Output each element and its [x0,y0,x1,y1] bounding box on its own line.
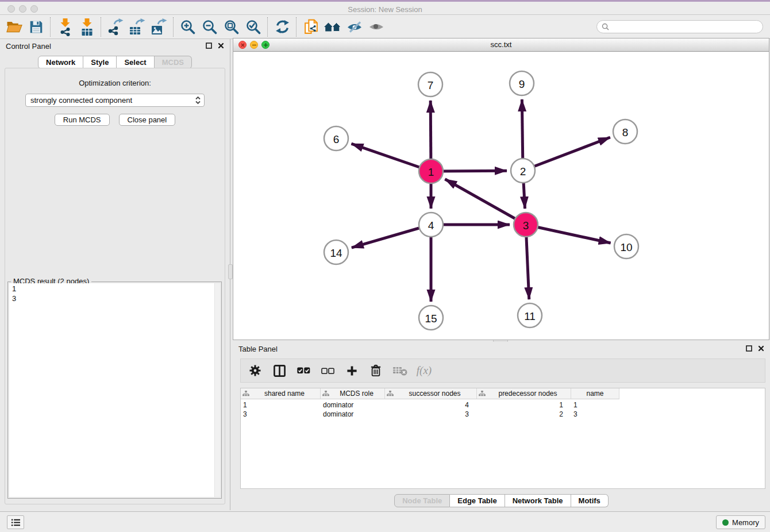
graph-node-10[interactable]: 10 [614,234,638,259]
search-field[interactable] [596,20,763,33]
function-icon: f(x) [417,364,432,377]
table-panel-tabs: Node TableEdge TableNetwork TableMotifs [233,494,770,507]
tab-node-table[interactable]: Node Table [394,494,450,507]
result-scrollbar[interactable] [214,283,220,497]
float-panel-icon[interactable] [206,43,212,49]
table-body: 1dominator4113dominator323 [241,399,765,419]
tab-network-table[interactable]: Network Table [505,494,571,507]
save-session-button[interactable] [25,17,47,37]
select-all-rows-button[interactable] [296,367,311,375]
refresh-layout-button[interactable] [271,17,293,37]
close-panel-button[interactable]: Close panel [119,114,176,126]
zoom-in-icon [180,19,196,35]
create-column-button[interactable] [344,365,359,376]
delete-column-button[interactable] [368,364,383,377]
network-view-window: scc.txt 7968124314101511 [233,38,769,340]
plus-icon [346,365,357,376]
eye-slash-icon [346,20,363,33]
show-hidden-button[interactable] [365,17,387,37]
tab-style[interactable]: Style [83,56,117,69]
export-image-button[interactable] [148,17,170,37]
deselect-all-rows-button[interactable] [320,367,335,375]
column-header-name[interactable]: name [571,388,619,399]
network-graph: 7968124314101511 [233,51,769,340]
table-cell: 1 [241,401,321,410]
function-builder-button[interactable]: f(x) [417,364,432,377]
zoom-in-button[interactable] [177,17,199,37]
application-window: Session: New Session [0,0,770,532]
graph-node-14[interactable]: 14 [324,240,348,264]
export-table-icon [129,18,146,36]
svg-text:8: 8 [622,126,629,138]
graph-node-7[interactable]: 7 [418,72,442,97]
hide-selected-button[interactable] [344,17,365,37]
network-canvas[interactable]: 7968124314101511 [233,51,769,340]
control-panel: Control Panel NetworkStyleSelectMCDS Opt… [0,39,230,510]
delete-table-button[interactable] [392,365,407,376]
run-mcds-button[interactable]: Run MCDS [55,114,110,126]
open-session-button[interactable] [3,17,25,37]
table-cell: 3 [385,410,477,419]
graph-node-6[interactable]: 6 [324,126,348,151]
search-input[interactable] [612,22,758,32]
show-all-networks-button[interactable] [322,17,344,37]
optimization-criterion-label: Optimization criterion: [5,79,225,87]
export-table-button[interactable] [126,17,148,37]
import-network-button[interactable] [54,17,76,37]
svg-text:9: 9 [519,78,525,90]
table-row[interactable]: 1dominator411 [241,401,765,410]
svg-text:11: 11 [524,310,536,322]
close-panel-icon[interactable] [218,43,224,49]
graph-node-3[interactable]: 3 [514,213,538,237]
close-panel-icon[interactable] [758,345,764,352]
task-history-button[interactable] [7,515,24,529]
mcds-result-box[interactable]: 1 3 [9,283,220,497]
table-settings-button[interactable] [248,365,263,376]
select-stepper-icon [195,96,201,105]
column-header-shared-name[interactable]: shared name [241,388,321,399]
tab-mcds[interactable]: MCDS [155,56,192,69]
houses-icon [324,20,342,34]
column-header-predecessor-nodes[interactable]: predecessor nodes [477,388,571,399]
table-row[interactable]: 3dominator323 [241,410,765,419]
float-panel-icon[interactable] [746,345,752,352]
tab-edge-table[interactable]: Edge Table [450,494,505,507]
clone-network-button[interactable] [300,17,322,37]
graph-edge-2-8[interactable] [523,137,610,171]
table-panel: Table Panel [233,342,770,511]
control-panel-tabs: NetworkStyleSelectMCDS [0,56,230,69]
tab-network[interactable]: Network [38,56,83,69]
tab-select[interactable]: Select [117,56,154,69]
export-image-icon [151,18,168,36]
zoom-selected-button[interactable] [242,17,264,37]
memory-button[interactable]: Memory [716,515,765,529]
column-header-successor-nodes[interactable]: successor nodes [385,388,477,399]
import-table-button[interactable] [76,17,98,37]
svg-text:14: 14 [330,247,342,259]
graph-node-2[interactable]: 2 [511,159,535,183]
vertical-splitter-grip[interactable] [228,264,233,279]
show-column-button[interactable] [272,365,287,377]
graph-node-9[interactable]: 9 [510,71,534,95]
graph-edge-3-1[interactable] [445,179,526,225]
graph-edge-3-10[interactable] [526,225,611,243]
column-header-mcds-role[interactable]: MCDS role [321,388,385,399]
table-cell: dominator [321,401,385,410]
network-title: scc.txt [233,40,769,49]
graph-node-11[interactable]: 11 [518,303,542,327]
memory-label: Memory [732,518,759,527]
optimization-criterion-select[interactable]: strongly connected component [25,94,205,107]
tab-motifs[interactable]: Motifs [571,494,609,507]
zoom-selected-icon [245,19,261,35]
selected-criterion: strongly connected component [30,96,195,105]
graph-node-1[interactable]: 1 [419,159,443,183]
graph-node-4[interactable]: 4 [419,213,443,237]
zoom-out-button[interactable] [199,17,221,37]
graph-node-15[interactable]: 15 [419,306,443,330]
export-network-button[interactable] [105,17,126,37]
zoom-fit-button[interactable] [221,17,242,37]
graph-node-8[interactable]: 8 [613,119,637,144]
refresh-icon [275,19,290,34]
svg-text:4: 4 [428,219,434,232]
svg-text:1: 1 [428,166,434,178]
